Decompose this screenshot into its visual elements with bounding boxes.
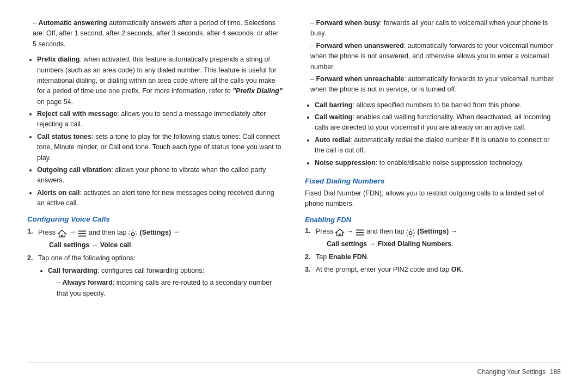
fdn-step2-period: .	[367, 253, 369, 261]
right-bullet-list: Call barring: allows specified numbers t…	[315, 100, 561, 170]
left-bullet-list: Prefix dialing: when activated, this fea…	[37, 54, 283, 210]
fdn-step3-text: At the prompt, enter your PIN2 code and …	[316, 266, 451, 273]
svg-rect-2	[78, 235, 86, 236]
call-waiting-label: Call waiting	[315, 113, 352, 121]
svg-point-3	[132, 232, 134, 235]
fdn-steps: 1. Press →	[305, 226, 561, 278]
dash-forward-when-busy: Forward when busy: forwards all your cal…	[310, 18, 561, 39]
fdn-settings-icon	[406, 228, 415, 238]
bullet-reject-call: Reject call with message: allows you to …	[37, 109, 283, 130]
svg-point-7	[409, 231, 412, 234]
arrow1-icon: →	[69, 226, 76, 238]
dash-item-auto-answer: Automatic answering automatically answer…	[33, 18, 283, 50]
dash-forward-unreachable: Forward when unreachable: automatically …	[310, 74, 561, 95]
noise-suppression-label: Noise suppression	[315, 159, 376, 167]
fdn-period: .	[451, 240, 453, 248]
fdn-step1-content: Press →	[316, 226, 561, 250]
bullet-outgoing-vibration: Outgoing call vibration: allows your pho…	[37, 165, 283, 186]
bullet-call-forwarding: Call forwarding: configures call forward…	[48, 266, 283, 299]
fdn-call-settings: Call settings	[327, 240, 367, 248]
auto-redial-label: Auto redial	[315, 136, 350, 144]
fdn-menu-icon	[355, 228, 365, 237]
page: Automatic answering automatically answer…	[0, 0, 588, 392]
outgoing-vibration-label: Outgoing call vibration	[37, 166, 111, 174]
fdn-step3-period: .	[462, 266, 463, 273]
forward-unanswered-label: Forward when unanswered	[316, 42, 403, 50]
fdn-fixed-dialing: Fixed Dialing Numbers	[378, 240, 451, 248]
fdn-ok-label: OK	[451, 266, 462, 273]
bullet-call-waiting: Call waiting: enables call waiting funct…	[315, 112, 561, 133]
alerts-on-call-label: Alerts on call	[37, 189, 80, 197]
call-barring-label: Call barring	[315, 101, 352, 109]
step1-and-then-tap: and then tap	[89, 227, 127, 238]
svg-rect-1	[78, 233, 86, 234]
fdn-step1-sub: Call settings → Fixed Dialing Numbers.	[327, 239, 561, 249]
fdn-arrow1: →	[346, 226, 353, 237]
fdn-settings-label: (Settings)	[417, 226, 449, 237]
auto-answer-label: Automatic answering	[38, 19, 107, 27]
always-forward-label: Always forward	[62, 279, 112, 286]
call-forwarding-sub: Always forward: incoming calls are re-ro…	[57, 278, 283, 299]
step1-sub-voice: Voice call	[100, 241, 131, 249]
fdn-step1-line: Press →	[316, 226, 561, 237]
right-column: Forward when busy: forwards all your cal…	[305, 16, 561, 358]
fdn-step3-num: 3.	[305, 265, 314, 275]
voice-call-step-1: 1. Press →	[27, 226, 283, 250]
fdn-step1-press: Press	[316, 226, 333, 237]
forward-busy-label: Forward when busy	[316, 19, 379, 27]
auto-redial-text: : automatically redial the dialed number…	[315, 136, 549, 154]
fdn-arrow2: →	[450, 226, 457, 237]
fdn-home-icon	[335, 228, 345, 237]
footer-page: 188	[550, 368, 561, 376]
home-icon	[57, 229, 67, 238]
fdn-step-2: 2. Tap Enable FDN.	[305, 252, 561, 262]
call-barring-text: : allows specified numbers to be barred …	[352, 101, 522, 109]
footer: Changing Your Settings 188	[27, 362, 561, 376]
enabling-fdn-heading: Enabling FDN	[305, 216, 561, 224]
bullet-call-barring: Call barring: allows specified numbers t…	[315, 100, 561, 111]
call-forwarding-text: : configures call forwarding options:	[97, 267, 204, 274]
step1-num: 1.	[27, 226, 36, 237]
columns: Automatic answering automatically answer…	[27, 16, 561, 358]
fdn-step2-text: Tap	[316, 253, 329, 261]
step1-settings-label: (Settings)	[139, 227, 171, 238]
prefix-dialing-label: Prefix dialing	[37, 56, 80, 63]
fdn-step1-num: 1.	[305, 226, 314, 236]
fdn-step2-num: 2.	[305, 252, 314, 262]
step1-sub-period: .	[131, 241, 133, 249]
left-column: Automatic answering automatically answer…	[27, 16, 283, 358]
fdn-step1-and-then-tap: and then tap	[366, 226, 405, 237]
bullet-noise-suppression: Noise suppression: to enable/disable noi…	[315, 158, 561, 168]
bullet-alerts-on-call: Alerts on call: activates an alert tone …	[37, 188, 283, 209]
arrow2-icon: →	[173, 226, 180, 238]
step1-sub-arrow: →	[89, 241, 100, 249]
bullet-prefix-dialing: Prefix dialing: when activated, this fea…	[37, 54, 283, 107]
call-status-label: Call status tones	[37, 133, 91, 140]
step2-content: Tap one of the following options: Call f…	[38, 253, 283, 302]
forward-unreachable-label: Forward when unreachable	[316, 75, 404, 83]
reject-call-label: Reject call with message	[37, 110, 117, 118]
fdn-arrow-text: →	[367, 240, 377, 248]
step1-sub: Call settings → Voice call.	[49, 240, 283, 250]
voice-call-steps: 1. Press →	[27, 226, 283, 304]
fdn-step2-content: Tap Enable FDN.	[316, 252, 561, 262]
step1-sub-text: Call settings	[49, 241, 89, 249]
dash-always-forward: Always forward: incoming calls are re-ro…	[57, 278, 283, 299]
step1-press: Press	[38, 227, 56, 238]
step1-content: Press →	[38, 226, 283, 250]
configuring-voice-calls-heading: Configuring Voice Calls	[27, 215, 283, 223]
footer-label: Changing Your Settings	[477, 368, 546, 376]
fdn-step-3: 3. At the prompt, enter your PIN2 code a…	[305, 265, 561, 275]
fixed-dialing-numbers-heading: Fixed Dialing Numbers	[305, 177, 561, 185]
fdn-enable-label: Enable FDN	[329, 253, 367, 261]
step1-line: Press →	[38, 226, 283, 238]
bullet-auto-redial: Auto redial: automatically redial the di…	[315, 135, 561, 156]
fdn-step-1: 1. Press →	[305, 226, 561, 250]
fdn-step3-content: At the prompt, enter your PIN2 code and …	[316, 265, 561, 275]
step2-text: Tap one of the following options:	[38, 254, 136, 262]
noise-suppression-text: : to enable/disable noise suppression te…	[376, 159, 524, 167]
svg-rect-6	[356, 235, 364, 236]
dash-forward-unanswered: Forward when unanswered: automatically f…	[310, 41, 561, 72]
step2-num: 2.	[27, 253, 36, 264]
voice-call-step-2: 2. Tap one of the following options: Cal…	[27, 253, 283, 302]
